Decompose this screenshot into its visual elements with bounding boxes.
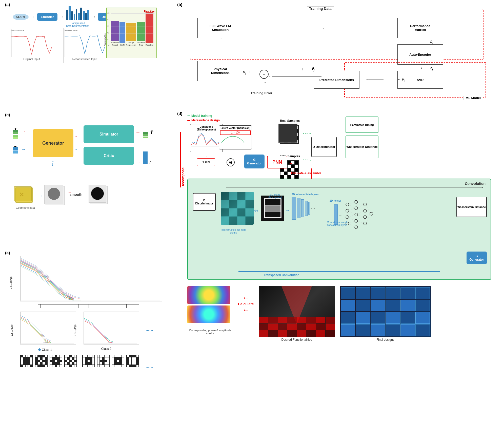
svg-point-24 <box>364 203 367 206</box>
svg-line-41 <box>367 204 370 214</box>
panel-c: (c) T → z → Generator → → Simulator → T̂ <box>5 111 157 238</box>
pnn-box: PNN <box>267 156 287 168</box>
panel-e-label: (e) <box>5 251 10 255</box>
svg-line-31 <box>349 208 355 211</box>
smooth-img-2 <box>89 185 106 203</box>
panel-b-label: (b) <box>177 3 182 7</box>
geo-arrow: → <box>39 194 43 198</box>
phase-img-1 <box>187 286 230 304</box>
svg-point-21 <box>355 213 358 216</box>
3d-layers-label: 3D Intermediate layers <box>292 193 319 196</box>
decompose-label: Decompose <box>181 137 185 187</box>
generator-label: Generator <box>42 141 64 146</box>
wasserstein-inner-box: Wasserstein distance <box>456 197 487 217</box>
training-error-label: Training Error <box>251 91 272 95</box>
arrow-svr-pred: ←———— <box>366 77 384 81</box>
arrow-fw-pd: ↓ <box>220 35 222 39</box>
svg-point-26 <box>364 216 367 219</box>
desired-area: Desired Functionalities <box>259 286 335 341</box>
T-hat-blocks <box>143 132 148 138</box>
y-axis-main: ∠S₂₁(deg) <box>9 276 12 289</box>
svg-text:GHz: GHz <box>107 341 112 343</box>
shape-c1-2 <box>35 355 48 367</box>
2d-image-inner <box>264 198 281 218</box>
class2-dots: ... <box>127 364 130 368</box>
original-wave-svg: Relative Value 200 400 600 <box>11 29 52 57</box>
gen-down-arrow2: ↓ <box>51 162 53 167</box>
simulator-label: Simulator <box>99 132 118 137</box>
gen-crit-arrow: → <box>74 147 78 151</box>
g-generator-label: G Generator <box>247 158 261 165</box>
physical-label: PhysicalDimensions <box>211 67 230 75</box>
decompose-bracket-1 <box>41 304 78 308</box>
phase-img-2 <box>187 305 230 323</box>
l-bar <box>143 151 148 164</box>
evaluate-assemble-label: Evaluate & assemble <box>291 171 321 175</box>
gaussian-svg <box>220 136 246 143</box>
generator-box: Generator <box>33 129 73 157</box>
main-graph: GHz ∠S₂₁(deg) <box>20 256 162 301</box>
calculate-label: Calculate <box>238 302 254 306</box>
svg-line-40 <box>358 221 364 223</box>
performance-box: Performance Matrics <box>397 18 443 38</box>
svg-point-19 <box>355 200 358 203</box>
class1-graph: GHz ∠S₂₁(deg) <box>20 312 76 345</box>
bottom-section: Corresponding phase & amplitude masks ← … <box>187 286 431 341</box>
critic-box: Critic <box>84 147 134 165</box>
desired-visual <box>259 286 335 337</box>
bar-label-rf: RandomForest <box>111 42 119 46</box>
calculate-area: ← Calculate ← <box>238 294 254 314</box>
d-wass-arrow: → <box>337 146 341 150</box>
compressed-block: CompressedData Representation <box>66 6 89 27</box>
phase-caption: Corresponding phase & amplitude masks <box>187 329 233 335</box>
panel-a: (a) START → Encoder → CompressedData Rep… <box>5 3 157 109</box>
bar-decision-tree: DecisionTree <box>137 22 145 46</box>
physical-dimensions-box: PhysicalDimensions <box>197 61 243 81</box>
conv-arrow-head: → <box>479 185 484 190</box>
final-designs-caption: Final designs <box>376 338 394 341</box>
ml-model-box: ML Model <box>344 62 486 98</box>
blue-right-arrow: ⇔ <box>254 207 258 214</box>
l-arrow: → <box>135 160 140 165</box>
predicted-box: Predicted Dimensions <box>314 71 359 89</box>
T-hat-arrow: → <box>135 129 140 135</box>
3d-layers: 3D Intermediate layers ··· <box>292 193 319 220</box>
reconstructed-caption: Reconstructed Input <box>65 58 105 61</box>
cond-down-arrow: ↓ <box>206 152 208 158</box>
param-tuning-box: Parameter Tuning <box>346 117 378 133</box>
vj-label-arrow: vj → <box>243 70 251 75</box>
bar-label-knn: KNN <box>120 44 125 46</box>
auto-encoder-label: Auto-Encoder <box>409 53 431 56</box>
arrow-pm-ae: ↓ <box>420 39 422 43</box>
transposed-arrow-head: ← <box>238 269 242 274</box>
ml-model-label: ML Model <box>463 96 483 100</box>
wasserstein-box: Wasserstein Distance <box>346 136 378 158</box>
T-arrow: → <box>21 129 26 135</box>
original-waveform: Relative Value 200 400 600 Original Inpu… <box>10 28 53 63</box>
y-axis-class1: ∠S₂₁(deg) <box>10 324 13 336</box>
latent-box: Latent vector (Gaussian) 1 × 100 <box>219 125 252 149</box>
pj-var: pj <box>430 39 433 44</box>
performance-label: Performance Matrics <box>410 24 430 32</box>
class1-label: ◆ Class 1 <box>38 347 52 352</box>
more-layers-label: More (transposed) convolution layers <box>322 221 352 226</box>
T-hat-area: → T̂ <box>135 129 153 138</box>
svg-point-23 <box>355 226 358 229</box>
svg-text:GHz: GHz <box>69 298 74 300</box>
1xN-label: 1 × N <box>202 160 210 164</box>
smooth-circles <box>89 185 109 205</box>
arrow-fw-pm: ——————————————————————→ <box>243 27 325 31</box>
panel-a-label: (a) <box>5 3 10 7</box>
nn-svg <box>344 194 374 232</box>
green-dots-2: • • • → <box>303 158 312 162</box>
more-classes-dots: ...... <box>146 364 153 369</box>
training-data-label: Training Data <box>307 6 334 11</box>
bar-rect-rf <box>111 21 119 41</box>
3d-grid-overlay <box>221 192 254 225</box>
latent-down-arrow: ↓ <box>230 153 232 157</box>
svg-line-42 <box>367 214 370 217</box>
g-gen-inner-label: G Generator <box>469 254 484 261</box>
final-designs-area: Final designs <box>340 286 431 341</box>
x-mark: ✕ <box>19 191 24 198</box>
compressed-label: CompressedData Representation <box>66 22 89 27</box>
